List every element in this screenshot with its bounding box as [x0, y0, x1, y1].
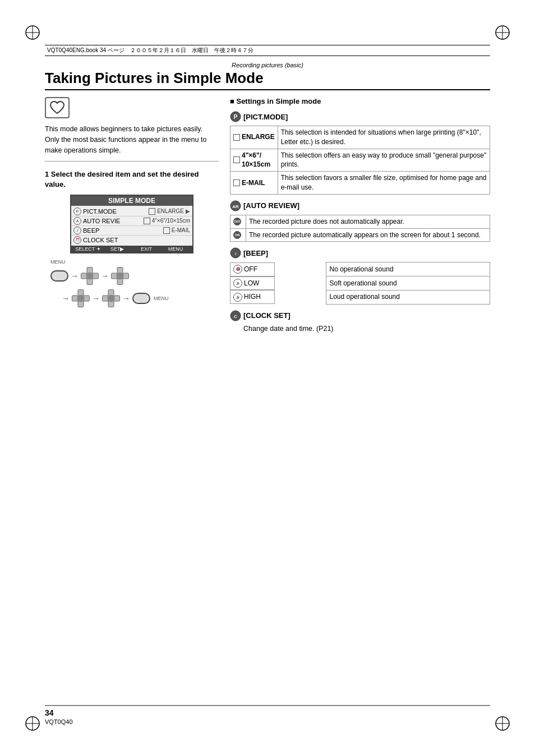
header-bar: VQT0Q40ENG.book 34 ページ ２００５年２月１６日 水曜日 午後…	[45, 45, 490, 56]
nav-row-1: MENU	[50, 259, 66, 265]
page-code: VQT0Q40	[45, 718, 73, 725]
menu-title: SIMPLE MODE	[71, 196, 192, 206]
table-row: OFF The recorded picture does not automa…	[230, 215, 490, 228]
svg-text:P: P	[234, 114, 238, 120]
pict-mode-table: ENLARGE This selection is intended for s…	[230, 126, 490, 195]
menu-item-auto-review: A AUTO REVIE 4"×6"/10×15cm	[71, 216, 192, 226]
page: VQT0Q40ENG.book 34 ページ ２００５年２月１６日 水曜日 午後…	[0, 0, 535, 756]
step-heading: 1 Select the desired item and set the de…	[45, 169, 219, 190]
auto-review-section-icon: AR	[230, 200, 241, 211]
table-row: 4"×6"/10×15cm This selection offers an e…	[230, 149, 490, 172]
right-column: ■ Settings in Simple mode P [PICT.MODE]	[230, 97, 490, 333]
menu-footer: SELECT ✦ SET▶ EXIT MENU	[71, 246, 192, 252]
menu-items: P PICT.MODE ENLARGE ▶	[71, 206, 192, 246]
svg-text:♪: ♪	[234, 251, 237, 256]
menu-button-2	[132, 293, 150, 304]
clock-icon: ⏰	[73, 236, 81, 244]
dpad-2	[111, 267, 129, 285]
reg-mark-tl	[24, 24, 41, 42]
svg-text:AR: AR	[232, 204, 239, 209]
menu-item-pict-mode: P PICT.MODE ENLARGE ▶	[71, 207, 192, 216]
beep-high-icon: 🔊	[233, 293, 242, 302]
intro-text: This mode allows beginners to take pictu…	[45, 124, 219, 162]
menu-item-beep: ♪ BEEP E-MAIL	[71, 226, 192, 236]
nav-diagram: MENU → →	[50, 259, 213, 307]
beep-off-icon: 🔇	[233, 265, 242, 274]
two-column-layout: This mode allows beginners to take pictu…	[45, 97, 490, 333]
page-number: 34	[45, 708, 73, 717]
clock-set-section-icon: C	[230, 310, 241, 321]
clock-set-desc: Change date and time. (P21)	[243, 325, 490, 333]
reg-mark-br	[494, 714, 511, 732]
svg-text:C: C	[234, 314, 237, 319]
simple-mode-menu: SIMPLE MODE P PICT.MODE ENLARGE ▶	[70, 195, 193, 253]
menu-item-clock-set: ⏰ CLOCK SET	[71, 236, 192, 245]
enlarge-sq-icon	[233, 134, 240, 141]
table-row: 🔉 LOW Soft operational sound	[230, 276, 490, 291]
header-text: VQT0Q40ENG.book 34 ページ ２００５年２月１６日 水曜日 午後…	[47, 47, 253, 53]
settings-title: ■ Settings in Simple mode	[230, 97, 490, 105]
off-icon: OFF	[233, 218, 241, 225]
section-clock-set-heading: C [CLOCK SET]	[230, 310, 490, 321]
nav-row-2-controls: → → → MEN	[62, 289, 169, 307]
auto-review-table: OFF The recorded picture does not automa…	[230, 215, 490, 242]
mode-icon	[45, 97, 70, 118]
pict-mode-icon: P	[73, 208, 81, 215]
section-pict-mode-heading: P [PICT.MODE]	[230, 111, 490, 122]
table-row: 🔇 OFF No operational sound	[230, 262, 490, 276]
beep-low-icon: 🔉	[233, 279, 242, 288]
table-row: ENLARGE This selection is intended for s…	[230, 126, 490, 149]
email-sq-icon	[233, 179, 240, 186]
reg-mark-bl	[24, 714, 41, 732]
auto-review-icon: A	[73, 217, 81, 225]
nav-row-1-controls: → →	[50, 267, 129, 285]
section-beep-heading: ♪ [BEEP]	[230, 247, 490, 259]
table-row: 🔊 HIGH Loud operational sound	[230, 290, 490, 304]
page-title: Taking Pictures in Simple Mode	[45, 70, 490, 90]
section-label: Recording pictures (basic)	[45, 62, 490, 68]
reg-mark-tr	[494, 24, 511, 42]
table-row: E-MAIL This selection favors a smaller f…	[230, 172, 490, 195]
table-row: ON The recorded picture automatically ap…	[230, 228, 490, 242]
section-auto-review-heading: AR [AUTO REVIEW]	[230, 200, 490, 211]
beep-icon: ♪	[73, 227, 81, 234]
on-icon: ON	[233, 231, 241, 239]
dpad-1	[81, 267, 99, 285]
dpad-3	[72, 289, 90, 307]
email-icon	[163, 227, 170, 234]
dpad-4	[102, 289, 120, 307]
size-sq-icon	[233, 156, 240, 163]
beep-table: 🔇 OFF No operational sound 🔉 LOW	[230, 262, 490, 304]
page-footer: 34 VQT0Q40	[45, 705, 490, 725]
menu-button	[50, 270, 68, 282]
pict-mode-section-icon: P	[230, 111, 241, 122]
beep-section-icon: ♪	[230, 247, 241, 259]
main-content: Recording pictures (basic) Taking Pictur…	[45, 62, 490, 700]
enlarge-icon	[149, 208, 155, 215]
left-column: This mode allows beginners to take pictu…	[45, 97, 219, 333]
size-icon	[144, 218, 150, 224]
